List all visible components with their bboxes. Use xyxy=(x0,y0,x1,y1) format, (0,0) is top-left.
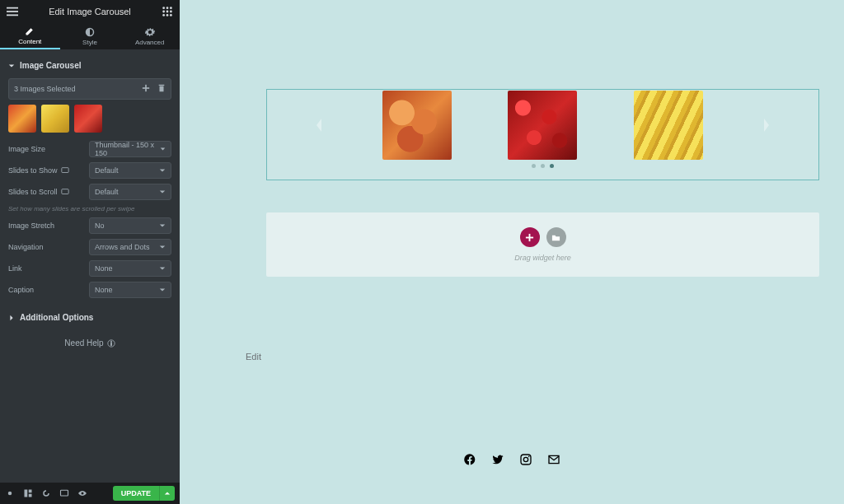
chevron-right-icon xyxy=(762,118,771,133)
svg-rect-22 xyxy=(29,494,32,497)
select-image-size[interactable]: Thumbnail - 150 x 150 xyxy=(89,141,171,157)
pencil-icon xyxy=(25,26,35,36)
thumbnails xyxy=(8,105,171,133)
svg-point-11 xyxy=(170,14,172,16)
carousel-dot[interactable] xyxy=(550,164,554,168)
drop-hint: Drag widget here xyxy=(281,254,804,262)
thumbnail-strawberries[interactable] xyxy=(74,105,102,133)
tab-style[interactable]: Style xyxy=(60,23,120,49)
add-section-button[interactable] xyxy=(520,227,540,247)
svg-point-7 xyxy=(166,11,169,13)
svg-point-9 xyxy=(162,14,165,16)
caret-down-icon xyxy=(159,287,166,293)
section-additional-options[interactable]: Additional Options xyxy=(8,308,171,327)
history-icon[interactable] xyxy=(41,488,51,498)
navigator-icon[interactable] xyxy=(23,488,33,498)
tab-advanced[interactable]: Advanced xyxy=(120,23,180,49)
social-icons xyxy=(463,453,560,466)
carousel-slide-peaches[interactable] xyxy=(382,91,452,160)
label: Slides to Show xyxy=(8,166,69,175)
panel-title: Edit Image Carousel xyxy=(49,7,131,16)
select-navigation[interactable]: Arrows and Dots xyxy=(89,239,171,255)
preview-icon[interactable] xyxy=(77,488,87,498)
tab-label: Content xyxy=(18,38,41,45)
select-slides-to-show[interactable]: Default xyxy=(89,162,171,179)
image-carousel-widget[interactable] xyxy=(266,89,819,180)
svg-rect-21 xyxy=(29,490,32,493)
svg-rect-25 xyxy=(526,236,533,238)
responsive-icon xyxy=(61,188,69,196)
svg-rect-14 xyxy=(143,87,149,89)
settings-icon[interactable] xyxy=(5,488,15,498)
update-options-button[interactable] xyxy=(159,486,175,501)
menu-icon[interactable] xyxy=(7,6,18,17)
section-edit-handle[interactable]: Edit xyxy=(246,352,261,362)
empty-section[interactable]: Drag widget here xyxy=(266,212,819,277)
tab-label: Style xyxy=(82,39,97,46)
carousel-slide-bananas[interactable] xyxy=(634,91,703,160)
delete-images-icon[interactable] xyxy=(157,84,166,92)
select-caption[interactable]: None xyxy=(89,282,171,298)
editor-sidebar: Edit Image Carousel Content Style Advanc… xyxy=(0,0,180,504)
caret-down-icon xyxy=(159,222,166,229)
svg-point-28 xyxy=(528,456,530,458)
control-navigation: Navigation Arrows and Dots xyxy=(8,239,171,255)
control-image-size: Image Size Thumbnail - 150 x 150 xyxy=(8,141,171,157)
svg-rect-23 xyxy=(61,490,68,496)
label: Slides to Scroll xyxy=(8,188,69,196)
email-icon[interactable] xyxy=(547,453,560,466)
carousel-next-button[interactable] xyxy=(759,113,774,138)
add-image-icon[interactable] xyxy=(142,84,150,92)
instagram-icon[interactable] xyxy=(519,453,532,466)
widgets-icon[interactable] xyxy=(162,6,173,17)
carousel-dot[interactable] xyxy=(541,164,545,168)
section-image-carousel[interactable]: Image Carousel xyxy=(8,56,171,75)
carousel-dots xyxy=(284,164,802,168)
carousel-dot[interactable] xyxy=(532,164,536,168)
editor-canvas[interactable]: Drag widget here Edit xyxy=(180,0,844,504)
sidebar-header: Edit Image Carousel xyxy=(0,0,180,23)
svg-point-6 xyxy=(162,11,165,13)
svg-rect-15 xyxy=(61,168,68,173)
template-library-button[interactable] xyxy=(546,227,566,247)
caret-right-icon xyxy=(8,315,15,321)
folder-icon xyxy=(551,233,560,242)
facebook-icon[interactable] xyxy=(463,453,476,466)
tab-content[interactable]: Content xyxy=(0,23,60,49)
svg-rect-1 xyxy=(7,11,18,12)
carousel-prev-button[interactable] xyxy=(312,113,326,138)
control-slides-to-scroll: Slides to Scroll Default xyxy=(8,184,171,200)
select-slides-to-scroll[interactable]: Default xyxy=(89,184,171,200)
chevron-left-icon xyxy=(315,118,323,133)
control-image-stretch: Image Stretch No xyxy=(8,217,171,234)
caret-up-icon xyxy=(164,490,171,497)
label: Link xyxy=(8,264,22,273)
caret-down-icon xyxy=(160,146,166,152)
select-link[interactable]: None xyxy=(89,260,171,277)
label: Image Size xyxy=(8,145,45,153)
thumbnail-peaches[interactable] xyxy=(8,105,36,133)
sidebar-footer: UPDATE xyxy=(0,483,180,504)
style-icon xyxy=(85,27,95,37)
control-caption: Caption None xyxy=(8,282,171,298)
svg-rect-0 xyxy=(7,7,18,9)
update-button[interactable]: UPDATE xyxy=(113,486,159,501)
select-image-stretch[interactable]: No xyxy=(89,217,171,234)
twitter-icon[interactable] xyxy=(491,453,504,466)
label: Image Stretch xyxy=(8,222,54,230)
svg-point-3 xyxy=(162,7,165,9)
svg-point-10 xyxy=(166,14,169,16)
svg-rect-2 xyxy=(7,15,18,16)
responsive-icon[interactable] xyxy=(59,488,69,498)
help-link[interactable]: Need Help xyxy=(8,338,171,348)
carousel-slide-strawberries[interactable] xyxy=(508,91,577,160)
images-count: 3 Images Selected xyxy=(14,85,76,93)
images-selector[interactable]: 3 Images Selected xyxy=(8,78,171,100)
gear-icon xyxy=(145,27,155,37)
svg-point-4 xyxy=(166,7,169,9)
control-slides-to-show: Slides to Show Default xyxy=(8,162,171,179)
svg-rect-20 xyxy=(25,490,28,497)
label: Navigation xyxy=(8,243,44,251)
thumbnail-bananas[interactable] xyxy=(41,105,69,133)
editor-tabs: Content Style Advanced xyxy=(0,23,180,49)
